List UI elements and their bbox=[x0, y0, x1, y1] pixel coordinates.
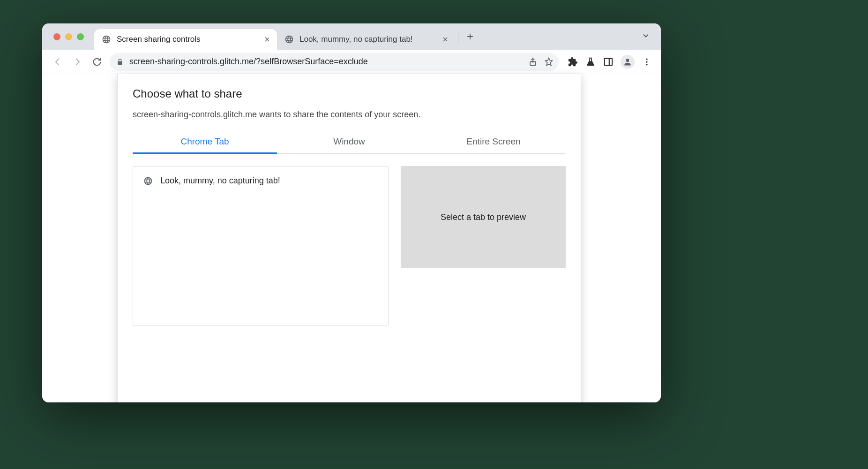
tab-divider bbox=[458, 30, 458, 43]
screen-share-dialog: Choose what to share screen-sharing-cont… bbox=[117, 74, 581, 402]
url-text: screen-sharing-controls.glitch.me/?selfB… bbox=[129, 57, 522, 67]
dialog-tab-chrome-tab[interactable]: Chrome Tab bbox=[133, 132, 277, 153]
svg-point-5 bbox=[646, 61, 647, 62]
sidepanel-icon[interactable] bbox=[603, 56, 614, 68]
bookmark-star-icon[interactable] bbox=[544, 57, 554, 67]
extensions-icon[interactable] bbox=[567, 56, 578, 68]
window-close-button[interactable] bbox=[53, 33, 60, 40]
address-bar[interactable]: screen-sharing-controls.glitch.me/?selfB… bbox=[110, 53, 559, 71]
window-traffic-lights bbox=[53, 23, 94, 50]
tabs: Screen sharing controls Look, mummy, no … bbox=[94, 23, 661, 50]
window-maximize-button[interactable] bbox=[77, 33, 84, 40]
dialog-subtitle: screen-sharing-controls.glitch.me wants … bbox=[133, 110, 566, 120]
svg-point-4 bbox=[646, 58, 647, 60]
kebab-menu-icon[interactable] bbox=[641, 56, 652, 68]
globe-icon bbox=[284, 35, 294, 44]
svg-rect-1 bbox=[605, 58, 613, 65]
dialog-title: Choose what to share bbox=[133, 87, 566, 100]
browser-window: Screen sharing controls Look, mummy, no … bbox=[42, 23, 661, 402]
nav-forward-button[interactable] bbox=[70, 55, 84, 69]
share-list-item-title: Look, mummy, no capturing tab! bbox=[160, 176, 280, 186]
tab-search-button[interactable] bbox=[641, 31, 651, 42]
nav-back-button[interactable] bbox=[51, 55, 65, 69]
nav-reload-button[interactable] bbox=[90, 55, 104, 69]
tab-close-icon[interactable] bbox=[441, 35, 449, 44]
new-tab-button[interactable] bbox=[464, 30, 476, 43]
globe-icon bbox=[143, 176, 153, 186]
svg-point-6 bbox=[646, 64, 647, 65]
content-area: Choose what to share screen-sharing-cont… bbox=[42, 74, 661, 402]
labs-flask-icon[interactable] bbox=[585, 56, 596, 68]
tab-close-icon[interactable] bbox=[263, 35, 271, 44]
share-preview-placeholder: Select a tab to preview bbox=[401, 166, 566, 268]
tab-title: Look, mummy, no capturing tab! bbox=[299, 35, 435, 44]
dialog-tabs: Chrome Tab Window Entire Screen bbox=[133, 132, 566, 154]
profile-avatar[interactable] bbox=[621, 55, 635, 69]
dialog-body: Look, mummy, no capturing tab! Select a … bbox=[133, 166, 566, 325]
browser-tab-active[interactable]: Screen sharing controls bbox=[94, 29, 277, 50]
dialog-tab-window[interactable]: Window bbox=[277, 132, 421, 153]
window-minimize-button[interactable] bbox=[65, 33, 72, 40]
toolbar-actions bbox=[567, 55, 652, 69]
tab-strip: Screen sharing controls Look, mummy, no … bbox=[42, 23, 661, 50]
browser-tab-inactive[interactable]: Look, mummy, no capturing tab! bbox=[277, 29, 455, 50]
dialog-tab-entire-screen[interactable]: Entire Screen bbox=[421, 132, 566, 153]
globe-icon bbox=[102, 35, 111, 44]
browser-toolbar: screen-sharing-controls.glitch.me/?selfB… bbox=[42, 50, 661, 74]
tab-title: Screen sharing controls bbox=[117, 35, 257, 44]
lock-icon bbox=[116, 58, 124, 66]
share-tab-list: Look, mummy, no capturing tab! bbox=[133, 166, 389, 325]
share-icon[interactable] bbox=[528, 57, 538, 67]
share-list-item[interactable]: Look, mummy, no capturing tab! bbox=[142, 174, 380, 188]
svg-point-3 bbox=[626, 59, 629, 62]
